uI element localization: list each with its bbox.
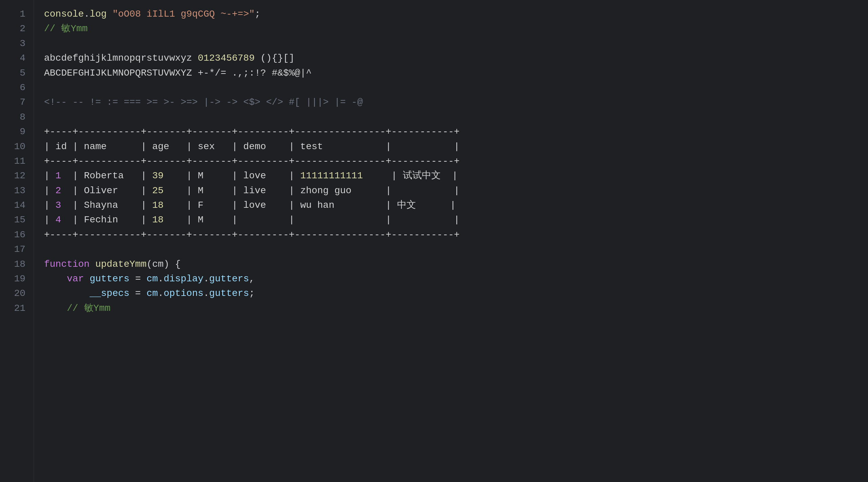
code-line-15: | 4 | Fechin | 18 | M | | | | xyxy=(44,213,858,227)
code-line-7: <!-- -- != := === >= >- >=> |-> -> <$> <… xyxy=(44,95,858,109)
line-num: 11 xyxy=(10,154,25,168)
code-line-13: | 2 | Oliver | 25 | M | live | zhong guo… xyxy=(44,183,858,198)
line-num: 21 xyxy=(10,301,25,316)
line-numbers: 1 2 3 4 5 6 7 8 9 10 11 12 13 14 15 16 1… xyxy=(0,0,34,482)
line-num: 14 xyxy=(10,198,25,213)
code-line-3 xyxy=(44,36,858,51)
code-line-10: | id | name | age | sex | demo | test | … xyxy=(44,139,858,154)
code-line-1: console.log "oO08 iIlL1 g9qCGQ ~-+=>"; xyxy=(44,7,858,21)
code-line-19: var gutters = cm.display.gutters, xyxy=(44,272,858,286)
line-num: 7 xyxy=(10,95,25,109)
code-line-11: +----+-----------+-------+-------+------… xyxy=(44,154,858,168)
line-num: 12 xyxy=(10,168,25,183)
line-num: 1 xyxy=(10,7,25,21)
code-line-4: abcdefghijklmnopqrstuvwxyz 0123456789 ()… xyxy=(44,51,858,65)
code-line-9: +----+-----------+-------+-------+------… xyxy=(44,124,858,139)
code-line-17 xyxy=(44,242,858,257)
line-num: 20 xyxy=(10,286,25,301)
code-line-6 xyxy=(44,80,858,95)
code-line-16: +----+-----------+-------+-------+------… xyxy=(44,227,858,242)
line-num: 17 xyxy=(10,242,25,257)
code-line-8 xyxy=(44,110,858,124)
line-num: 15 xyxy=(10,213,25,227)
line-num: 4 xyxy=(10,51,25,65)
code-line-12: | 1 | Roberta | 39 | M | love | 11111111… xyxy=(44,168,858,183)
code-line-20: __specs = cm.options.gutters; xyxy=(44,286,858,301)
line-num: 2 xyxy=(10,21,25,36)
line-num: 6 xyxy=(10,80,25,95)
line-num: 9 xyxy=(10,124,25,139)
code-line-2: // 敏Ymm xyxy=(44,21,858,36)
code-editor[interactable]: console.log "oO08 iIlL1 g9qCGQ ~-+=>"; /… xyxy=(34,0,868,482)
code-line-21: // 敏Ymm xyxy=(44,301,858,316)
line-num: 19 xyxy=(10,272,25,286)
line-num: 13 xyxy=(10,183,25,198)
line-num: 3 xyxy=(10,36,25,51)
line-num: 16 xyxy=(10,227,25,242)
line-num: 8 xyxy=(10,110,25,124)
code-line-5: ABCDEFGHIJKLMNOPQRSTUVWXYZ +-*/= .,;:!? … xyxy=(44,66,858,80)
line-num: 10 xyxy=(10,139,25,154)
line-num: 5 xyxy=(10,66,25,80)
code-line-18: function updateYmm(cm) { xyxy=(44,257,858,272)
line-num: 18 xyxy=(10,257,25,272)
code-line-14: | 3 | Shayna | 18 | F | love | wu han | … xyxy=(44,198,858,213)
